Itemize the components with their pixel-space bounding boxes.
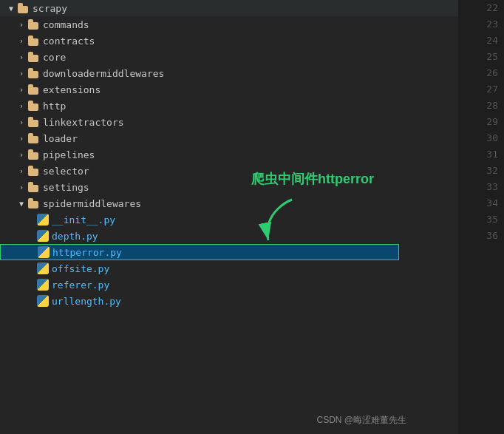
chevron-down-icon: ▼ <box>16 198 27 208</box>
tree-item-downloadermiddlewares[interactable]: › downloadermiddlewares <box>0 65 458 81</box>
folder-icon-http <box>28 101 40 111</box>
chevron-right-icon: › <box>16 182 27 192</box>
python-icon-init <box>37 214 49 226</box>
folder-icon-pipelines <box>28 149 40 160</box>
line-numbers-panel: 22 23 24 25 26 27 28 29 30 31 32 33 34 3… <box>458 0 504 434</box>
tree-item-contracts[interactable]: › contracts <box>0 33 458 49</box>
folder-icon-settings <box>28 182 40 192</box>
tree-label-extensions: extensions <box>43 84 101 95</box>
tree-item-referer-py[interactable]: referer.py <box>0 277 458 293</box>
python-icon-urllength <box>37 295 49 307</box>
tree-item-settings[interactable]: › settings <box>0 179 458 195</box>
tree-item-core[interactable]: › core <box>0 49 458 65</box>
line-num-33: 33 <box>458 179 504 195</box>
tree-item-loader[interactable]: › loader <box>0 130 458 146</box>
tree-item-selector[interactable]: › selector <box>0 163 458 179</box>
python-icon-offsite <box>37 262 49 274</box>
tree-label-spidermiddlewares: spidermiddlewares <box>43 198 141 209</box>
watermark-text: CSDN @晦涩难董先生 <box>316 415 406 425</box>
line-num-25: 25 <box>458 49 504 65</box>
chevron-down-icon: ▼ <box>6 3 16 13</box>
tree-label-httperror-py: httperror.py <box>52 247 122 258</box>
tree-label-urllength-py: urllength.py <box>52 296 121 307</box>
chevron-right-icon: › <box>16 133 27 143</box>
folder-icon-downloadermiddlewares <box>28 68 40 78</box>
chevron-right-icon: › <box>16 149 27 160</box>
tree-item-depth-py[interactable]: depth.py <box>0 228 458 244</box>
folder-icon-linkextractors <box>28 117 40 127</box>
python-icon-referer <box>37 279 49 291</box>
folder-icon-selector <box>28 166 40 176</box>
folder-icon-contracts <box>28 35 40 46</box>
chevron-right-icon: › <box>16 35 27 46</box>
folder-icon-scrapy <box>18 3 30 13</box>
arrow-icon <box>248 196 307 255</box>
line-num-22: 22 <box>458 0 504 16</box>
tree-item-offsite-py[interactable]: offsite.py <box>0 260 458 277</box>
tree-label-init-py: __init__.py <box>52 214 115 226</box>
chevron-right-icon: › <box>16 101 27 111</box>
tree-item-extensions[interactable]: › extensions <box>0 81 458 98</box>
folder-icon-core <box>28 52 40 62</box>
tree-item-scrapy[interactable]: ▼ scrapy <box>0 0 458 16</box>
tree-label-loader: loader <box>43 133 78 144</box>
chevron-right-icon: › <box>16 19 27 30</box>
tree-item-commands[interactable]: › commands <box>0 16 458 33</box>
folder-icon-commands <box>28 19 40 30</box>
chevron-right-icon: › <box>16 166 27 176</box>
tree-item-linkextractors[interactable]: › linkextractors <box>0 114 458 130</box>
line-num-31: 31 <box>458 146 504 163</box>
tree-item-spidermiddlewares[interactable]: ▼ spidermiddlewares <box>0 195 458 211</box>
tree-label-commands: commands <box>43 19 89 30</box>
tree-item-pipelines[interactable]: › pipelines <box>0 146 458 163</box>
tree-label-scrapy: scrapy <box>33 3 67 14</box>
folder-icon-spidermiddlewares <box>28 198 40 208</box>
tree-item-urllength-py[interactable]: urllength.py <box>0 293 458 309</box>
folder-icon-loader <box>28 133 40 143</box>
csdn-watermark: CSDN @晦涩难董先生 <box>316 414 406 427</box>
chevron-right-icon: › <box>16 68 27 78</box>
folder-icon-extensions <box>28 84 40 95</box>
line-num-34: 34 <box>458 195 504 211</box>
chevron-right-icon: › <box>16 52 27 62</box>
line-num-24: 24 <box>458 33 504 49</box>
tree-label-settings: settings <box>43 182 89 193</box>
annotation-text: 爬虫中间件httperror <box>251 170 374 188</box>
tree-label-pipelines: pipelines <box>43 149 95 160</box>
tree-label-offsite-py: offsite.py <box>52 263 109 274</box>
line-num-27: 27 <box>458 81 504 98</box>
tree-label-downloadermiddlewares: downloadermiddlewares <box>43 68 164 79</box>
tree-item-httperror-py[interactable]: httperror.py <box>0 244 399 260</box>
tree-label-core: core <box>43 52 66 63</box>
tree-label-linkextractors: linkextractors <box>43 117 124 128</box>
line-num-26: 26 <box>458 65 504 81</box>
tree-item-http[interactable]: › http <box>0 98 458 114</box>
python-icon-depth <box>37 230 49 242</box>
line-num-23: 23 <box>458 16 504 33</box>
line-num-29: 29 <box>458 114 504 130</box>
line-num-35: 35 <box>458 211 504 228</box>
line-num-36: 36 <box>458 228 504 244</box>
chevron-right-icon: › <box>16 84 27 95</box>
line-num-30: 30 <box>458 130 504 146</box>
tree-item-init-py[interactable]: __init__.py <box>0 211 458 228</box>
tree-label-contracts: contracts <box>43 35 95 47</box>
tree-label-depth-py: depth.py <box>52 231 98 242</box>
file-tree: ▼ scrapy › commands › contracts › core ›… <box>0 0 458 434</box>
line-num-32: 32 <box>458 163 504 179</box>
tree-label-selector: selector <box>43 166 89 177</box>
python-icon-httperror <box>38 246 50 258</box>
tree-label-http: http <box>43 101 66 112</box>
tree-label-referer-py: referer.py <box>52 279 109 291</box>
line-num-28: 28 <box>458 98 504 114</box>
chevron-right-icon: › <box>16 117 27 127</box>
